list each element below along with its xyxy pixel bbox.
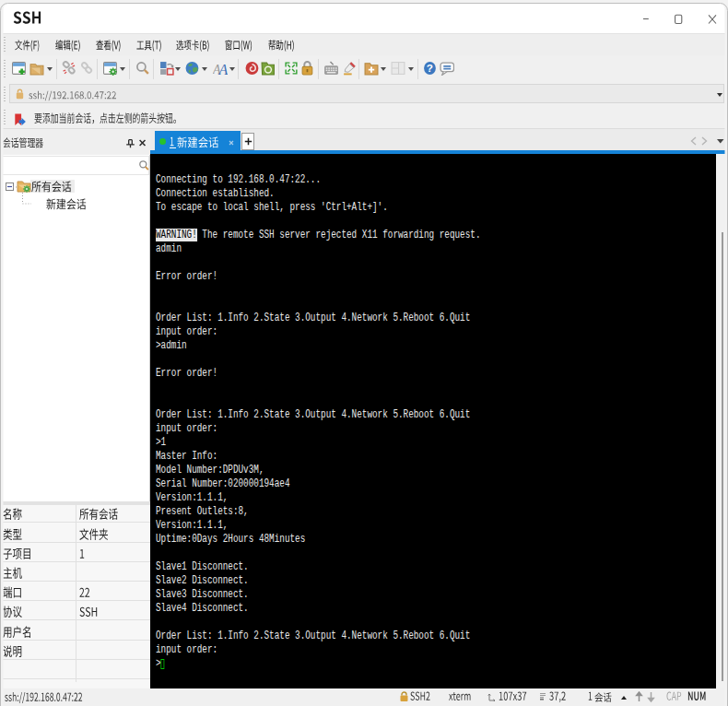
- svg-text:A: A: [217, 62, 228, 76]
- svg-text:?: ?: [427, 62, 433, 74]
